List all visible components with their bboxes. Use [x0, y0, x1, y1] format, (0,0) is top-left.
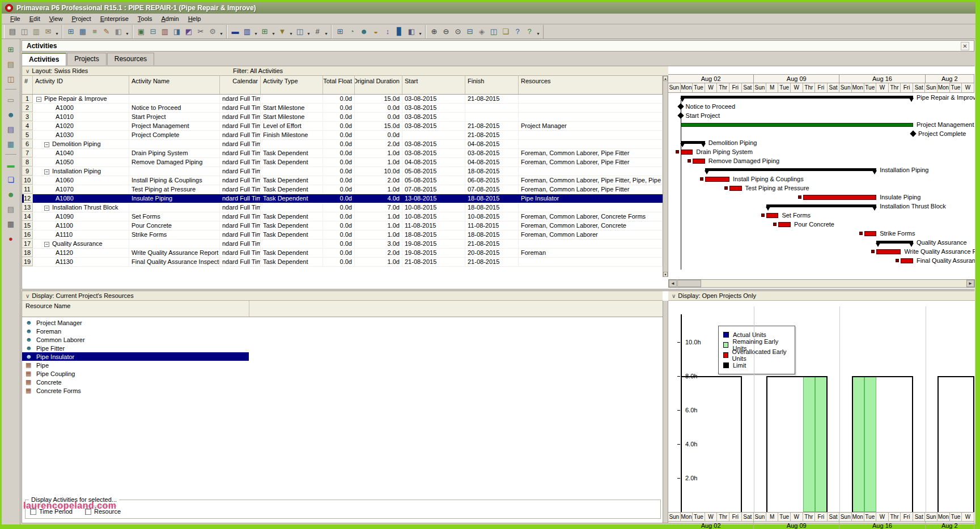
risks-icon[interactable]: ● [5, 233, 17, 244]
collapse-minus-icon[interactable]: − [44, 169, 49, 174]
collapse-minus-icon[interactable]: − [36, 97, 41, 102]
table-cell[interactable]: Task Dependent [261, 194, 323, 203]
table-cell[interactable]: 0.0d [323, 185, 355, 194]
table-cell[interactable] [261, 140, 323, 148]
table-cell[interactable] [519, 167, 663, 176]
comment-icon[interactable]: ❏ [500, 26, 511, 37]
table-cell[interactable]: 0.0d [323, 95, 355, 103]
table-cell[interactable]: Task Dependent [261, 258, 323, 266]
table-cell[interactable]: 03-08-2015 [402, 104, 465, 112]
table-cell[interactable]: 0.0d [323, 203, 355, 212]
table-row[interactable]: 13−Installation Thrust Blockndard Full T… [22, 203, 663, 212]
activity-details-icon[interactable]: ◧ [406, 26, 417, 37]
table-cell[interactable]: 1.0d [355, 158, 402, 167]
help-icon[interactable]: ? [512, 26, 523, 37]
progress-icon[interactable]: ◩ [183, 26, 194, 37]
table-cell[interactable]: 03-08-2015 [402, 140, 465, 148]
table-cell[interactable]: 03-08-2015 [402, 113, 465, 121]
table-cell[interactable]: ndard Full Time [220, 231, 261, 239]
gantt-bar-task[interactable] [864, 231, 877, 236]
table-cell[interactable] [519, 203, 663, 212]
table-cell[interactable] [261, 240, 323, 248]
table-cell[interactable]: 18-08-2015 [402, 231, 465, 239]
table-cell[interactable]: 21-08-2015 [465, 122, 519, 130]
table-cell[interactable]: 7.0d [355, 203, 402, 212]
table-cell[interactable]: Strike Forms [129, 231, 220, 239]
table-cell[interactable]: 0.0d [323, 131, 355, 139]
table-cell[interactable]: −Pipe Repair & Improve [33, 95, 129, 103]
print-icon[interactable]: ▤ [7, 26, 18, 37]
list-item-resource[interactable]: ☻Common Laborer [22, 335, 663, 344]
table-cell[interactable]: 10-08-2015 [402, 203, 465, 212]
table-cell[interactable]: Foreman, Common Laborer, Concrete Forms [519, 212, 663, 221]
projects-folder-icon[interactable]: ▭ [5, 94, 17, 105]
update-icon[interactable]: ◨ [171, 26, 183, 37]
menu-tools[interactable]: Tools [134, 14, 156, 23]
table-cell[interactable]: 4.0d [355, 194, 402, 203]
bottom-pane-splitter[interactable] [663, 301, 668, 523]
table-cell[interactable]: Level of Effort [261, 122, 323, 130]
table-cell[interactable]: Finish Milestone [261, 131, 323, 139]
scroll-up-icon[interactable]: ▲ [663, 76, 668, 81]
table-cell[interactable]: 11-08-2015 [465, 221, 519, 230]
gantt-bar-summary[interactable] [681, 96, 913, 99]
table-cell[interactable]: 0.0d [323, 231, 355, 239]
table-cell[interactable]: A1070 [33, 185, 129, 194]
column-header-start[interactable]: Start [402, 76, 465, 94]
table-cell[interactable]: ndard Full Time [220, 113, 261, 121]
tab-resources[interactable]: Resources [107, 53, 154, 65]
table-cell[interactable]: 0.0d [355, 131, 402, 139]
table-row[interactable]: 4A1020Project Managementndard Full TimeL… [22, 122, 663, 131]
table-cell[interactable]: Task Dependent [261, 185, 323, 194]
table-cell[interactable]: 0.0d [323, 158, 355, 167]
gantt-bar-summary[interactable] [705, 168, 876, 171]
gantt-bar-task[interactable] [766, 213, 779, 218]
roles-icon[interactable]: ◒ [370, 26, 381, 37]
gantt-bar-task[interactable] [729, 186, 742, 191]
list-item-resource[interactable]: ☻Project Manager [22, 318, 663, 327]
gantt-horizontal-scrollbar[interactable]: ◄ ► [668, 279, 975, 288]
table-cell[interactable]: 1.0d [355, 231, 402, 239]
gantt-milestone[interactable] [910, 130, 916, 136]
table-cell[interactable]: 2.0d [355, 249, 402, 257]
network-icon[interactable]: ◧ [113, 26, 124, 37]
collapse-minus-icon[interactable]: − [44, 242, 49, 247]
table-cell[interactable] [261, 167, 323, 176]
list-item-resource[interactable]: ☻Pipe Fitter [22, 344, 663, 352]
table-cell[interactable]: 18-08-2015 [465, 231, 519, 239]
table-cell[interactable] [519, 258, 663, 266]
table-cell[interactable] [129, 203, 220, 212]
table-cell[interactable]: 15.0d [355, 95, 402, 103]
column-header-total-float[interactable]: Total Float [323, 76, 355, 94]
table-cell[interactable]: 10-08-2015 [465, 212, 519, 221]
table-cell[interactable]: ndard Full Time [220, 203, 261, 212]
table-cell[interactable]: A1120 [33, 249, 129, 257]
table-row[interactable]: 10A1060Install Piping & Couplingsndard F… [22, 176, 663, 185]
column-header-resources[interactable]: Resources [519, 76, 663, 94]
gantt-bar-task[interactable] [901, 258, 913, 263]
table-cell[interactable]: 19-08-2015 [402, 240, 465, 248]
more-buttons-icon[interactable]: ▼ [54, 26, 60, 37]
number-icon[interactable]: # [312, 26, 323, 37]
table-cell[interactable]: 20-08-2015 [465, 249, 519, 257]
table-cell[interactable]: 13-08-2015 [402, 194, 465, 203]
table-cell[interactable]: A1110 [33, 231, 129, 239]
column-header-calendar[interactable]: Calendar [220, 76, 261, 94]
dropdown-arrow-icon[interactable]: ▼ [271, 26, 276, 37]
table-cell[interactable] [519, 104, 663, 112]
table-cell[interactable]: Remove Damaged Piping [129, 158, 220, 167]
table-cell[interactable]: Notice to Proceed [129, 104, 220, 112]
schedule-icon[interactable]: ▣ [135, 26, 147, 37]
table-cell[interactable]: 2.0d [355, 176, 402, 185]
table-cell[interactable]: 0.0d [323, 194, 355, 203]
column-header-activity-id[interactable]: Activity ID [33, 76, 129, 94]
resources-assign-icon[interactable]: ▥ [159, 26, 171, 37]
table-cell[interactable]: Task Dependent [261, 212, 323, 221]
table-cell[interactable]: Test Piping at Pressure [129, 185, 220, 194]
table-row[interactable]: 18A1120Write Quality Assurance Reportnda… [22, 249, 663, 258]
table-cell[interactable]: A1100 [33, 221, 129, 230]
table-cell[interactable]: A1060 [33, 176, 129, 185]
table-cell[interactable]: 05-08-2015 [402, 176, 465, 185]
table-cell[interactable]: 03-08-2015 [402, 149, 465, 157]
table-row[interactable]: 8A1050Remove Damaged Pipingndard Full Ti… [22, 158, 663, 167]
